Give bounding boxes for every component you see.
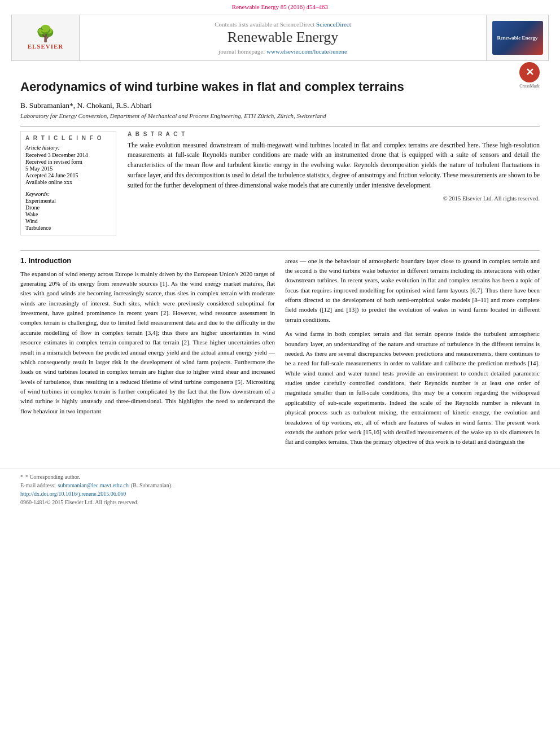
corresponding-label: * Corresponding author. bbox=[25, 474, 80, 480]
affiliation-line: Laboratory for Energy Conversion, Depart… bbox=[20, 112, 540, 119]
accepted-date: Accepted 24 June 2015 bbox=[25, 172, 111, 178]
history-label: Article history: bbox=[25, 145, 111, 151]
copyright-notice: © 2015 Elsevier Ltd. All rights reserved… bbox=[128, 195, 540, 202]
email-label: E-mail address: bbox=[20, 482, 55, 488]
keyword-2: Drone bbox=[25, 204, 111, 211]
section-heading: Introduction bbox=[28, 256, 71, 265]
article-body: ✕ CrossMark Aerodynamics of wind turbine… bbox=[0, 63, 560, 457]
elsevier-logo-area: 🌳 ELSEVIER bbox=[12, 15, 80, 60]
authors-text: B. Subramanian*, N. Chokani, R.S. Abhari bbox=[20, 101, 152, 110]
science-direct-link[interactable]: ScienceDirect bbox=[316, 21, 351, 28]
crossmark-badge: ✕ CrossMark bbox=[519, 62, 540, 89]
email-suffix: (B. Subramanian). bbox=[131, 482, 173, 488]
author-email[interactable]: subramanian@lec.mavt.ethz.ch bbox=[58, 482, 129, 488]
elsevier-tree-icon: 🌳 bbox=[36, 26, 55, 42]
corresponding-author-note: * * Corresponding author. bbox=[20, 474, 540, 480]
received-date: Received 3 December 2014 bbox=[25, 152, 111, 158]
article-info-heading: A R T I C L E I N F O bbox=[25, 135, 111, 141]
renewable-energy-logo: Renewable Energy bbox=[492, 21, 543, 55]
keyword-1: Experimental bbox=[25, 198, 111, 204]
journal-header: 🌳 ELSEVIER Contents lists available at S… bbox=[11, 15, 549, 61]
doi-line: http://dx.doi.org/10.1016/j.renene.2015.… bbox=[20, 491, 540, 497]
intro-paragraph-3: As wind farms in both complex terrain an… bbox=[285, 329, 540, 447]
elsevier-wordmark: ELSEVIER bbox=[28, 43, 64, 50]
keywords-label: Keywords: bbox=[25, 191, 111, 197]
main-content-area: 1. Introduction The expansion of wind en… bbox=[20, 250, 540, 452]
keyword-5: Turbulence bbox=[25, 225, 111, 231]
homepage-url[interactable]: www.elsevier.com/locate/renene bbox=[266, 48, 347, 55]
re-logo-text: Renewable Energy bbox=[497, 35, 537, 41]
info-abstract-row: A R T I C L E I N F O Article history: R… bbox=[20, 131, 540, 239]
abstract-heading: A B S T R A C T bbox=[128, 131, 540, 137]
crossmark-label: CrossMark bbox=[519, 84, 540, 89]
abstract-text: The wake evolution measured downstream o… bbox=[128, 141, 540, 191]
article-title: Aerodynamics of wind turbine wakes in fl… bbox=[20, 79, 540, 95]
elsevier-logo: 🌳 ELSEVIER bbox=[28, 26, 64, 50]
journal-title: Renewable Energy bbox=[228, 29, 339, 46]
homepage-label: journal homepage: bbox=[218, 48, 265, 55]
introduction-title: 1. Introduction bbox=[20, 256, 275, 265]
corresponding-star: * bbox=[20, 474, 23, 480]
article-info-panel: A R T I C L E I N F O Article history: R… bbox=[20, 131, 116, 239]
crossmark-icon: ✕ bbox=[519, 62, 540, 82]
citation-text: Renewable Energy 85 (2016) 454–463 bbox=[232, 3, 328, 10]
journal-homepage-line: journal homepage: www.elsevier.com/locat… bbox=[218, 48, 347, 55]
intro-paragraph-1: The expansion of wind energy across Euro… bbox=[20, 269, 275, 417]
authors-line: B. Subramanian*, N. Chokani, R.S. Abhari bbox=[20, 101, 540, 110]
contents-label: Contents lists available at ScienceDirec… bbox=[215, 21, 314, 28]
online-date: Available online xxx bbox=[25, 179, 111, 185]
section-number: 1. bbox=[20, 256, 27, 265]
right-column: areas — one is the behaviour of atmosphe… bbox=[285, 256, 540, 452]
article-history: Article history: Received 3 December 201… bbox=[25, 145, 111, 185]
title-area: ✕ CrossMark Aerodynamics of wind turbine… bbox=[20, 79, 540, 95]
citation-bar: Renewable Energy 85 (2016) 454–463 bbox=[0, 0, 560, 12]
email-line: E-mail address: subramanian@lec.mavt.eth… bbox=[20, 482, 540, 488]
issn-line: 0960-1481/© 2015 Elsevier Ltd. All right… bbox=[20, 499, 540, 505]
doi-link[interactable]: http://dx.doi.org/10.1016/j.renene.2015.… bbox=[20, 491, 126, 497]
abstract-panel: A B S T R A C T The wake evolution measu… bbox=[128, 131, 540, 239]
article-info-box: A R T I C L E I N F O Article history: R… bbox=[20, 131, 116, 235]
revised-date: 5 May 2015 bbox=[25, 165, 111, 172]
keywords-section: Keywords: Experimental Drone Wake Wind T… bbox=[25, 191, 111, 231]
re-logo-area: Renewable Energy bbox=[486, 15, 548, 60]
keyword-4: Wind bbox=[25, 218, 111, 224]
keyword-3: Wake bbox=[25, 211, 111, 217]
journal-center: Contents lists available at ScienceDirec… bbox=[80, 15, 486, 60]
divider-1 bbox=[20, 126, 540, 126]
revised-label: Received in revised form bbox=[25, 159, 111, 165]
page-footer: * * Corresponding author. E-mail address… bbox=[0, 469, 560, 510]
science-direct-line: Contents lists available at ScienceDirec… bbox=[215, 21, 351, 28]
left-column: 1. Introduction The expansion of wind en… bbox=[20, 256, 275, 452]
intro-paragraph-2: areas — one is the behaviour of atmosphe… bbox=[285, 256, 540, 325]
